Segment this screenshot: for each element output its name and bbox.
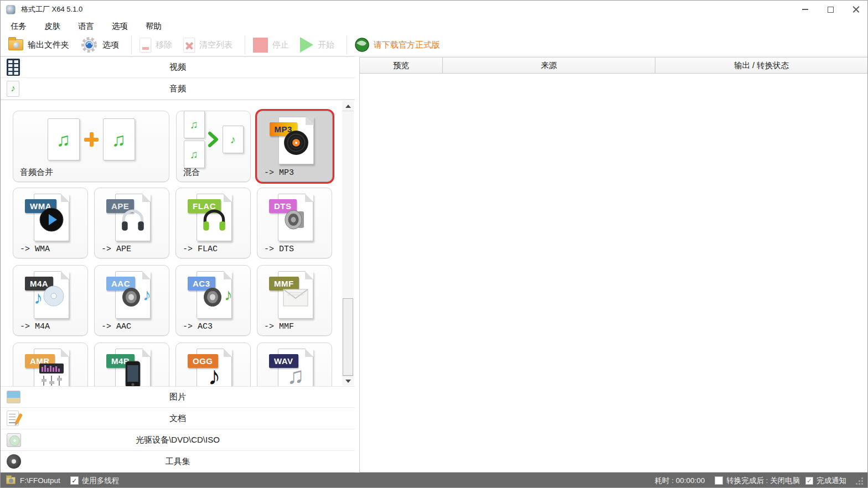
menu-item-skin[interactable]: 皮肤 (39, 19, 65, 33)
window-title: 格式工厂 X64 5.1.0 (21, 4, 82, 14)
format-tile-ac3[interactable]: AC3 ♪ -> AC3 (175, 265, 251, 336)
file-page-icon: WAV ♫ (278, 349, 313, 386)
menu-bar: 任务 皮肤 语言 选项 帮助 (1, 18, 868, 34)
close-button[interactable] (843, 1, 868, 18)
file-page-icon: MP3 (278, 117, 314, 164)
tile-audio-mix[interactable]: ♫ ♫ ♪ 混合 (176, 111, 251, 182)
sidebar-item-audio[interactable]: ♪ 音频 (1, 78, 355, 100)
scroll-up-button[interactable] (342, 101, 354, 111)
file-page-icon: APE (115, 194, 151, 241)
toolbar-separator (245, 35, 245, 54)
format-tile-aac[interactable]: AAC ♪ -> AAC (94, 265, 169, 336)
format-tile-flac[interactable]: FLAC -> FLAC (175, 188, 251, 258)
media-disc-play-icon (39, 207, 64, 232)
title-bar: 格式工厂 X64 5.1.0 (1, 1, 868, 18)
file-page-icon: DTS (278, 194, 313, 241)
scroll-down-button[interactable] (342, 376, 354, 386)
sidebar-item-document[interactable]: 文档 (1, 408, 355, 429)
tile-scrollbar[interactable] (342, 101, 354, 386)
music-file-icon: ♫ (48, 118, 80, 160)
options-label: 选项 (102, 40, 119, 50)
remove-label: 移除 (156, 40, 172, 50)
remove-button[interactable]: 移除 (140, 38, 172, 53)
tile-label: -> WMA (20, 245, 50, 254)
music-note-icon: ♪ (143, 287, 151, 303)
output-folder-icon (8, 39, 23, 50)
format-tile-mmf[interactable]: MMF -> MMF (257, 265, 332, 336)
scroll-thumb[interactable] (343, 298, 353, 376)
picture-icon (7, 391, 20, 403)
column-header-output-status[interactable]: 输出 / 转换状态 (655, 58, 867, 73)
stop-label: 停止 (272, 40, 289, 50)
queue-table-header: 预览 来源 输出 / 转换状态 (360, 58, 867, 74)
menu-item-language[interactable]: 语言 (73, 19, 99, 33)
format-tile-wma[interactable]: WMA -> WMA (13, 188, 88, 258)
format-tile-amr[interactable]: AMR (13, 342, 88, 386)
shutdown-after-label: 转换完成后 : 关闭电脑 (726, 476, 800, 486)
format-tile-m4r[interactable]: M4R -> M4R (94, 342, 169, 386)
file-page-icon: MMF (278, 271, 313, 319)
tile-audio-merge[interactable]: ♫ ♫ 音频合并 (13, 111, 169, 182)
sidebar-item-video[interactable]: 视频 (1, 56, 355, 78)
file-page-icon: M4R (115, 349, 151, 386)
options-button[interactable]: 选项 (80, 36, 119, 54)
sidebar-item-toolset[interactable]: 工具集 (1, 451, 355, 473)
download-official-link[interactable]: 请下载官方正式版 (355, 38, 440, 52)
stop-icon (253, 38, 268, 53)
conversion-list[interactable] (360, 74, 867, 472)
notify-checkbox[interactable]: ✓ (805, 477, 813, 485)
check-icon: ✓ (807, 477, 812, 484)
format-tile-m4a[interactable]: M4A ♪ -> M4A (13, 265, 88, 336)
sidebar-label-picture: 图片 (1, 392, 355, 402)
column-header-source[interactable]: 来源 (443, 58, 655, 73)
sidebar-item-picture[interactable]: 图片 (1, 386, 355, 408)
envelope-icon (282, 286, 309, 308)
file-page-icon: WMA (34, 194, 69, 241)
phone-icon (125, 361, 141, 386)
maximize-icon (828, 7, 834, 13)
clear-list-label: 清空列表 (199, 40, 232, 50)
format-tile-mp3[interactable]: MP3 -> MP3 (257, 111, 333, 182)
music-note-icon: ♪ (34, 289, 43, 307)
output-path[interactable]: F:\FFOutput (20, 476, 60, 485)
multithread-checkbox[interactable]: ✓ (70, 476, 79, 485)
globe-icon (355, 38, 369, 52)
minimize-button[interactable] (792, 1, 818, 18)
sidebar-label-video: 视频 (1, 62, 355, 72)
music-file-icon: ♫ (184, 111, 205, 138)
resize-grip[interactable] (855, 477, 863, 485)
format-tile-wav[interactable]: WAV ♫ -> WAV (257, 342, 332, 386)
app-window: 格式工厂 X64 5.1.0 任务 皮肤 语言 选项 帮助 输出文件夹 选项 (0, 0, 868, 488)
tile-label: 音频合并 (20, 167, 53, 178)
stop-button[interactable]: 停止 (253, 38, 289, 53)
format-tile-dts[interactable]: DTS -> DTS (257, 188, 332, 258)
format-tile-ape[interactable]: APE -> APE (94, 188, 169, 258)
film-reel-icon (7, 454, 21, 469)
conversion-panel: 预览 来源 输出 / 转换状态 (359, 57, 868, 473)
scroll-up-icon (345, 105, 351, 108)
maximize-button[interactable] (818, 1, 843, 18)
equalizer-icon (38, 362, 65, 386)
output-path-folder-icon[interactable] (6, 477, 16, 484)
column-header-preview[interactable]: 预览 (360, 58, 443, 73)
tile-label: -> AC3 (183, 322, 213, 331)
sidebar-label-disc-device: 光驱设备\DVD\CD\ISO (1, 435, 355, 445)
menu-item-options[interactable]: 选项 (107, 19, 133, 33)
toolbar-separator (347, 35, 347, 54)
menu-item-help[interactable]: 帮助 (141, 19, 167, 33)
sidebar-label-audio: 音频 (1, 84, 355, 94)
start-button[interactable]: 开始 (300, 37, 334, 53)
close-icon (852, 6, 860, 13)
format-tile-ogg[interactable]: OGG ♪ -> OGG (175, 342, 251, 386)
clear-list-button[interactable]: 清空列表 (183, 38, 232, 53)
music-file-icon: ♫ (103, 118, 135, 160)
output-folder-button[interactable]: 输出文件夹 (8, 39, 69, 50)
scroll-down-icon (345, 380, 351, 383)
merge-arrow-icon (208, 131, 220, 148)
shutdown-after-checkbox[interactable] (715, 476, 723, 485)
remove-icon (140, 38, 151, 53)
sidebar-item-disc-device[interactable]: 光驱设备\DVD\CD\ISO (1, 429, 355, 451)
music-note-icon: ♪ (224, 287, 232, 303)
file-page-icon: AAC ♪ (115, 271, 151, 319)
menu-item-task[interactable]: 任务 (6, 19, 32, 33)
